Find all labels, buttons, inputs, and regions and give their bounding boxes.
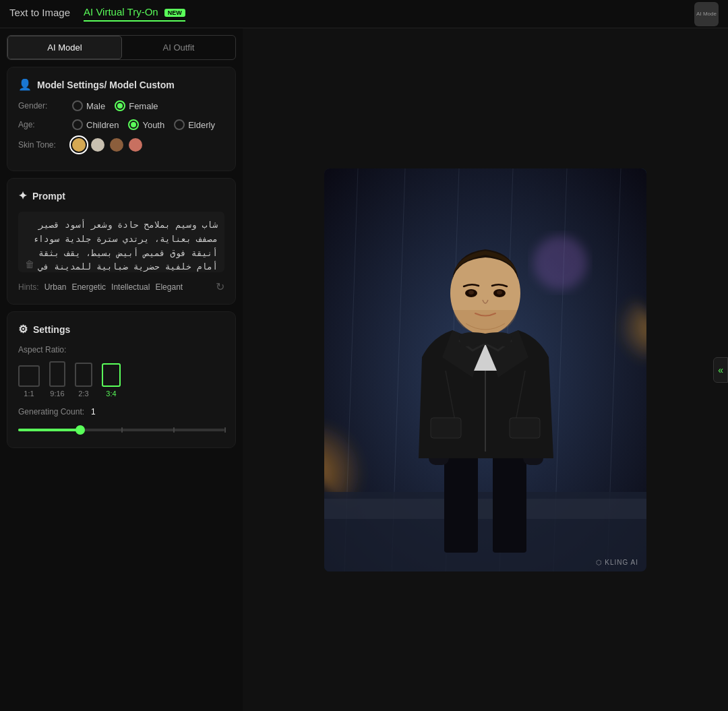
gender-row: Gender: Male Female [18, 100, 224, 111]
prompt-footer: Hints: Urban Energetic Intellectual Eleg… [18, 280, 224, 293]
age-radio-group: Children Youth Elderly [72, 119, 215, 130]
age-elderly-option[interactable]: Elderly [174, 119, 215, 130]
ar-2-3[interactable]: 2:3 [75, 363, 92, 398]
tab-ai-model[interactable]: AI Model [7, 36, 122, 59]
tab-text-to-image[interactable]: Text to Image [9, 7, 70, 21]
model-settings-title: 👤 Model Settings/ Model Custom [18, 78, 224, 91]
model-tabs: AI Model AI Outfit [7, 35, 236, 60]
settings-card: ⚙ Settings Aspect Ratio: 1:1 9:16 2: [7, 311, 236, 448]
age-youth-radio[interactable] [128, 119, 139, 130]
slider-tick-end [224, 427, 226, 433]
watermark: ⬡ KLING AI [596, 559, 638, 566]
age-children-option[interactable]: Children [72, 119, 119, 130]
hints-row: Hints: Urban Energetic Intellectual Eleg… [18, 282, 183, 292]
skin-tone-group [72, 138, 142, 152]
ar-2-3-label: 2:3 [78, 390, 88, 398]
aspect-ratio-label: Aspect Ratio: [18, 345, 224, 354]
skin-tone-3[interactable] [110, 138, 123, 152]
hints-label: Hints: [18, 282, 39, 292]
settings-title: ⚙ Settings [18, 323, 224, 336]
gender-male-radio[interactable] [72, 100, 83, 111]
hint-elegant[interactable]: Elegant [155, 282, 183, 292]
age-row: Age: Children Youth Elderly [18, 119, 224, 130]
svg-point-3 [533, 236, 587, 290]
left-panel: AI Model AI Outfit 👤 Model Settings/ Mod… [0, 28, 243, 711]
ar-3-4[interactable]: 3:4 [102, 363, 121, 398]
prompt-textarea[interactable]: شاب وسيم بملامح حادة وشعر أسود قصير مصفف… [18, 212, 224, 272]
refresh-icon[interactable]: ↻ [216, 280, 224, 293]
gen-count-label: Generating Count: [18, 407, 84, 416]
skin-tone-4[interactable] [129, 138, 142, 152]
age-elderly-radio[interactable] [174, 119, 185, 130]
main-layout: AI Model AI Outfit 👤 Model Settings/ Mod… [0, 28, 728, 711]
prompt-card: ✦ Prompt شاب وسيم بملامح حادة وشعر أسود … [7, 178, 236, 305]
svg-point-23 [468, 290, 474, 295]
ar-1-1-box [18, 365, 40, 387]
skin-tone-2[interactable] [91, 138, 104, 152]
svg-rect-11 [324, 499, 646, 519]
gender-female-radio-inner [117, 103, 123, 109]
tab-ai-outfit[interactable]: AI Outfit [122, 36, 235, 59]
tab-ai-virtual-try-on[interactable]: AI Virtual Try-On NEW [84, 6, 185, 22]
new-badge: NEW [164, 9, 185, 17]
right-panel: ⬡ KLING AI « [243, 28, 728, 711]
age-youth-radio-inner [131, 122, 136, 127]
svg-rect-18 [510, 418, 540, 438]
person-svg [324, 168, 646, 571]
age-label: Age: [18, 120, 64, 129]
slider-tick-mid [121, 427, 123, 433]
gen-count-row: Generating Count: 1 [18, 407, 224, 416]
svg-point-24 [497, 290, 502, 295]
slider-thumb[interactable] [75, 425, 85, 435]
svg-rect-17 [431, 418, 461, 438]
ar-1-1[interactable]: 1:1 [18, 365, 40, 398]
generated-image: ⬡ KLING AI [324, 168, 646, 571]
aspect-ratio-group: 1:1 9:16 2:3 3:4 [18, 361, 224, 398]
age-youth-option[interactable]: Youth [128, 119, 164, 130]
settings-icon: ⚙ [18, 323, 28, 336]
hint-urban[interactable]: Urban [44, 282, 67, 292]
model-settings-icon: 👤 [18, 78, 32, 91]
hint-energetic[interactable]: Energetic [71, 282, 106, 292]
gender-radio-group: Male Female [72, 100, 158, 111]
ar-1-1-label: 1:1 [24, 390, 34, 398]
skin-tone-row: Skin Tone: [18, 138, 224, 152]
svg-rect-12 [444, 452, 478, 553]
header: Text to Image AI Virtual Try-On NEW AI M… [0, 0, 728, 28]
gender-female-radio[interactable] [115, 100, 125, 111]
hint-intellectual[interactable]: Intellectual [111, 282, 150, 292]
collapse-button[interactable]: « [713, 357, 728, 383]
ar-9-16-label: 9:16 [50, 390, 64, 398]
image-placeholder: ⬡ KLING AI [324, 168, 646, 571]
gen-count-slider[interactable] [18, 423, 224, 437]
slider-track [18, 429, 224, 431]
ar-2-3-box [75, 363, 92, 387]
ar-9-16[interactable]: 9:16 [49, 361, 65, 398]
gender-female-option[interactable]: Female [115, 100, 158, 111]
avatar[interactable]: AI Mode [694, 2, 719, 26]
model-settings-card: 👤 Model Settings/ Model Custom Gender: M… [7, 67, 236, 171]
ar-3-4-label: 3:4 [106, 390, 116, 398]
age-children-radio[interactable] [72, 119, 83, 130]
slider-fill [18, 429, 80, 431]
gender-male-option[interactable]: Male [72, 100, 105, 111]
skin-tone-1[interactable] [72, 138, 86, 152]
gen-count-value: 1 [91, 407, 96, 416]
ar-9-16-box [49, 361, 65, 387]
slider-tick-3q [173, 427, 175, 433]
svg-rect-13 [493, 452, 526, 553]
delete-icon[interactable]: 🗑 [25, 259, 34, 270]
prompt-icon: ✦ [18, 189, 27, 202]
skin-tone-label: Skin Tone: [18, 140, 64, 150]
prompt-title: ✦ Prompt [18, 189, 224, 202]
ar-3-4-box [102, 363, 121, 387]
gender-label: Gender: [18, 101, 64, 111]
